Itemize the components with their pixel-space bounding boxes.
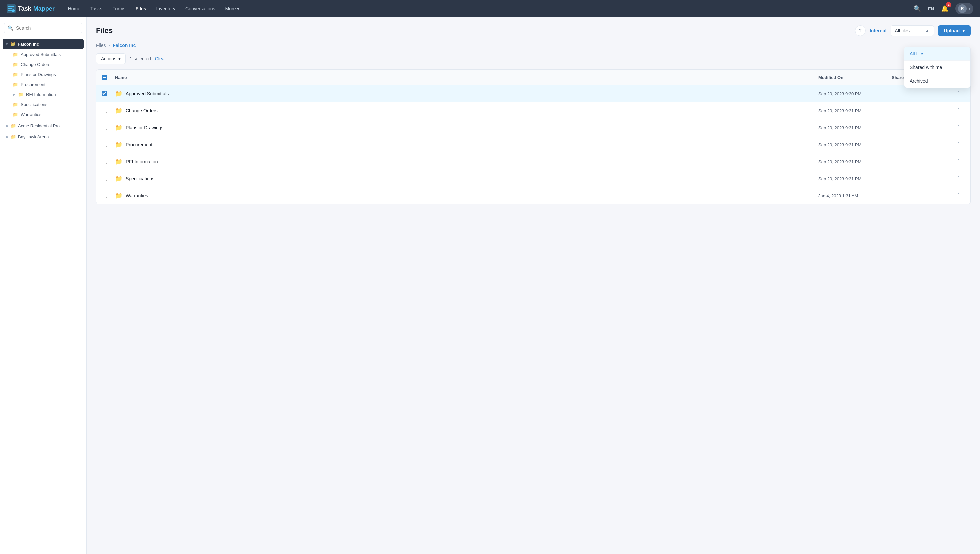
filter-option-shared-with-me[interactable]: Shared with me (904, 60, 970, 74)
sidebar: 🔍 ▾ 📁 Falcon Inc 📁 Approved Submittals 📁… (0, 18, 87, 554)
chevron-down-icon: ▾ (6, 42, 8, 46)
table-row[interactable]: 📁 Specifications Sep 20, 2023 9:31 PM ⋮ (96, 170, 970, 187)
internal-button[interactable]: Internal (870, 28, 887, 33)
row-checkbox-plans-or-drawings[interactable] (102, 125, 107, 130)
nav-inventory[interactable]: Inventory (152, 4, 179, 13)
chevron-down-icon: ▾ (969, 7, 970, 11)
partial-checkbox[interactable] (102, 75, 107, 80)
breadcrumb-separator: › (109, 43, 110, 48)
table-row[interactable]: 📁 Warranties Jan 4, 2023 1:31 AM ⋮ (96, 187, 970, 204)
row-checkbox-container[interactable] (102, 176, 115, 182)
folder-icon: 📁 (115, 175, 123, 182)
row-modified-rfi-information: Sep 20, 2023 9:31 PM (818, 159, 892, 164)
folder-icon: 📁 (115, 90, 123, 97)
row-checkbox-rfi-information[interactable] (102, 159, 107, 164)
row-checkbox-procurement[interactable] (102, 142, 107, 147)
row-checkbox-container[interactable] (102, 193, 115, 199)
table-row[interactable]: 📁 Approved Submittals Sep 20, 2023 9:30 … (96, 85, 970, 102)
file-toolbar: Actions ▾ 1 selected Clear (96, 53, 970, 64)
sidebar-item-rfi-information[interactable]: ▶ 📁 RFI Information (10, 90, 81, 99)
nav-tasks[interactable]: Tasks (86, 4, 107, 13)
svg-point-1 (12, 10, 15, 12)
file-table: Name Modified On Shared with ⋮ 📁 Approve… (96, 69, 970, 204)
row-name-change-orders: 📁 Change Orders (115, 107, 818, 114)
nav-more[interactable]: More ▾ (221, 4, 243, 13)
clear-selection-button[interactable]: Clear (155, 56, 166, 61)
sidebar-falcon-children: 📁 Approved Submittals 📁 Change Orders 📁 … (3, 50, 84, 119)
chevron-down-icon: ▾ (963, 28, 965, 33)
row-modified-change-orders: Sep 20, 2023 9:31 PM (818, 108, 892, 113)
row-checkbox-container[interactable] (102, 125, 115, 131)
search-button[interactable]: 🔍 (912, 3, 923, 14)
row-name-rfi-information: 📁 RFI Information (115, 158, 818, 166)
expand-icon: ▶ (13, 92, 15, 97)
sidebar-item-label: Specifications (21, 102, 47, 107)
row-more-button-specifications[interactable]: ⋮ (952, 175, 965, 182)
sidebar-item-plans-or-drawings[interactable]: 📁 Plans or Drawings (10, 70, 81, 80)
sidebar-item-procurement[interactable]: 📁 Procurement (10, 80, 81, 89)
table-row[interactable]: 📁 Procurement Sep 20, 2023 9:31 PM ⋮ (96, 136, 970, 153)
nav-home[interactable]: Home (64, 4, 84, 13)
page-header: Files ? Internal All files ▲ Upload ▾ (96, 25, 970, 36)
row-checkbox-warranties[interactable] (102, 193, 107, 198)
expand-icon: ▶ (6, 135, 9, 139)
sidebar-search-container[interactable]: 🔍 (4, 23, 82, 33)
folder-icon: 📁 (13, 102, 18, 107)
actions-button[interactable]: Actions ▾ (96, 53, 126, 64)
help-button[interactable]: ? (855, 25, 865, 36)
filter-option-all-files[interactable]: All files (904, 47, 970, 60)
row-checkbox-container[interactable] (102, 159, 115, 165)
row-checkbox-container[interactable] (102, 91, 115, 97)
app-body: 🔍 ▾ 📁 Falcon Inc 📁 Approved Submittals 📁… (0, 18, 980, 554)
folder-icon: 📁 (10, 41, 16, 47)
app-logo[interactable]: TaskMapper (7, 4, 55, 13)
row-more-button-rfi-information[interactable]: ⋮ (952, 158, 965, 166)
selected-count: 1 selected (130, 56, 151, 61)
folder-icon: 📁 (13, 72, 18, 77)
sidebar-item-specifications[interactable]: 📁 Specifications (10, 100, 81, 109)
nav-conversations[interactable]: Conversations (181, 4, 220, 13)
row-more-button-plans-or-drawings[interactable]: ⋮ (952, 124, 965, 131)
sidebar-project-falcon-header[interactable]: ▾ 📁 Falcon Inc (3, 39, 84, 49)
sidebar-item-label: Warranties (21, 112, 41, 117)
row-checkbox-approved-submittals[interactable] (102, 91, 107, 96)
sidebar-item-approved-submittals[interactable]: 📁 Approved Submittals (10, 50, 81, 59)
row-name-warranties: 📁 Warranties (115, 192, 818, 199)
sidebar-project-acme[interactable]: ▶ 📁 Acme Residential Pro... (3, 121, 84, 131)
folder-icon: 📁 (13, 52, 18, 57)
filter-dropdown[interactable]: All files ▲ (891, 25, 934, 36)
table-header: Name Modified On Shared with ⋮ (96, 70, 970, 85)
row-more-button-warranties[interactable]: ⋮ (952, 192, 965, 199)
header-select-all[interactable] (102, 75, 115, 80)
row-checkbox-container[interactable] (102, 142, 115, 148)
navbar: TaskMapper Home Tasks Forms Files Invent… (0, 0, 980, 18)
nav-forms[interactable]: Forms (108, 4, 130, 13)
sidebar-item-warranties[interactable]: 📁 Warranties (10, 110, 81, 119)
filter-current-value: All files (895, 28, 910, 33)
row-checkbox-container[interactable] (102, 108, 115, 114)
row-more-button-procurement[interactable]: ⋮ (952, 141, 965, 148)
sidebar-project-bayhawk[interactable]: ▶ 📁 BayHawk Arena (3, 132, 84, 142)
upload-button[interactable]: Upload ▾ (938, 25, 970, 36)
col-header-modified: Modified On (818, 75, 892, 80)
row-checkbox-change-orders[interactable] (102, 108, 107, 113)
filter-dropdown-menu: All files Shared with me Archived (904, 47, 970, 88)
nav-files[interactable]: Files (132, 4, 150, 13)
row-name-plans-or-drawings: 📁 Plans or Drawings (115, 124, 818, 131)
table-row[interactable]: 📁 Change Orders Sep 20, 2023 9:31 PM ⋮ (96, 102, 970, 119)
filter-option-archived[interactable]: Archived (904, 74, 970, 88)
col-header-name: Name (115, 75, 818, 80)
table-row[interactable]: 📁 Plans or Drawings Sep 20, 2023 9:31 PM… (96, 119, 970, 136)
page-title: Files (96, 26, 113, 35)
language-selector[interactable]: EN (928, 6, 934, 11)
search-input[interactable] (16, 25, 79, 31)
row-checkbox-specifications[interactable] (102, 176, 107, 181)
row-more-button-change-orders[interactable]: ⋮ (952, 107, 965, 114)
sidebar-item-label: Procurement (21, 82, 45, 87)
actions-label: Actions (101, 56, 116, 61)
row-more-button-approved-submittals[interactable]: ⋮ (952, 90, 965, 97)
user-menu-button[interactable]: R ▾ (955, 3, 973, 14)
breadcrumb-files-link[interactable]: Files (96, 43, 106, 48)
table-row[interactable]: 📁 RFI Information Sep 20, 2023 9:31 PM ⋮ (96, 153, 970, 170)
sidebar-item-change-orders[interactable]: 📁 Change Orders (10, 60, 81, 69)
